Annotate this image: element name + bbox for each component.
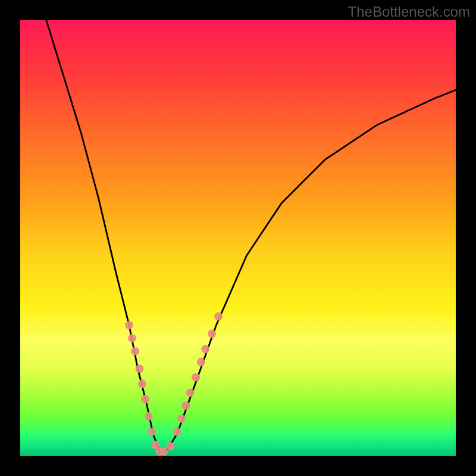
bottleneck-curve	[46, 20, 456, 452]
curve-marker	[197, 358, 205, 367]
plot-area	[20, 20, 456, 456]
curve-marker	[145, 412, 153, 421]
marker-group	[125, 312, 223, 456]
curve-marker	[167, 442, 175, 450]
curve-marker	[128, 334, 136, 342]
chart-container: TheBottleneck.com	[0, 0, 476, 476]
curve-marker	[125, 321, 133, 329]
curve-marker	[160, 447, 168, 456]
curve-marker	[131, 347, 139, 355]
curve-marker	[214, 312, 223, 321]
curve-svg	[20, 20, 456, 456]
watermark-text: TheBottleneck.com	[348, 4, 470, 20]
curve-marker	[141, 395, 149, 403]
curve-marker	[136, 365, 144, 373]
curve-marker	[181, 402, 190, 410]
curve-marker	[138, 380, 146, 388]
curve-marker	[192, 373, 200, 381]
curve-marker	[148, 428, 156, 436]
curve-marker	[173, 428, 181, 436]
curve-marker	[186, 389, 195, 397]
curve-marker	[177, 415, 186, 423]
curve-marker	[208, 330, 216, 338]
curve-marker	[201, 345, 209, 353]
